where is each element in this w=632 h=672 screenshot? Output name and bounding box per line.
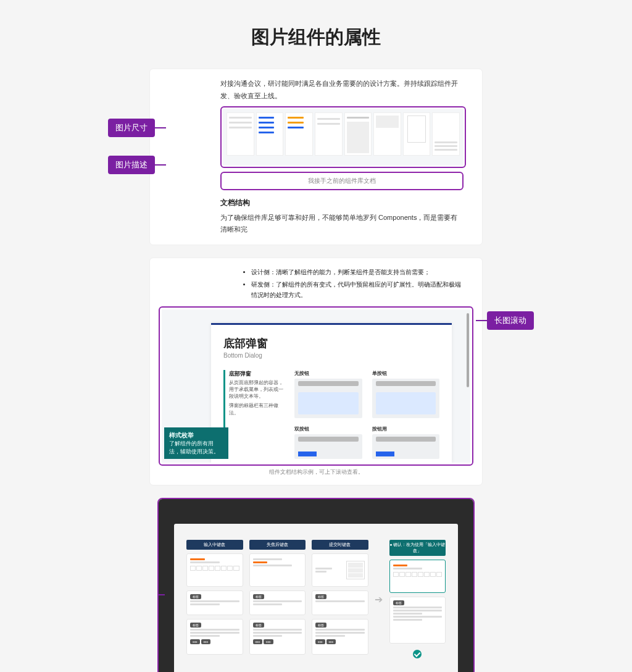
- zoom-col-header: 失焦后键盘: [249, 540, 306, 550]
- thumb: [432, 112, 460, 156]
- page-title: 图片组件的属性: [0, 25, 632, 50]
- doc-left-column: 底部弹窗 从页面底部弹起的容器，用于承载菜单，列表或一段说明文本等。 弹窗的标题…: [223, 370, 285, 459]
- zoom-col: 失焦后键盘 标签 标签xxxxxx: [249, 540, 306, 655]
- doc-left-head: 底部弹窗: [229, 370, 285, 378]
- zoom-card: 标签xxxxxx: [312, 619, 368, 655]
- image-caption: 我接手之前的组件库文档: [308, 177, 376, 184]
- cell-label: 无按钮: [294, 370, 362, 377]
- thumb: [285, 112, 313, 156]
- annotation-image-desc: 图片描述: [108, 156, 155, 174]
- zoom-card: 标签xxxxxx: [249, 619, 306, 655]
- doc-grid: 无按钮 单按钮 双按钮 按钮用: [294, 370, 439, 459]
- zoom-card: [312, 553, 368, 587]
- zoom-card: 标签: [186, 590, 243, 615]
- thumb: [373, 112, 401, 156]
- zoom-card: [389, 560, 446, 593]
- cell-label: 双按钮: [294, 426, 362, 432]
- annotation-scroll: 长图滚动: [487, 311, 534, 330]
- thumb: [344, 112, 372, 156]
- zoom-card: 标签: [249, 590, 306, 615]
- style-enum-tag: 样式枚举 了解组件的所有用法，辅助使用决策。: [164, 427, 228, 459]
- doc-cell: 按钮用: [372, 426, 440, 459]
- tall-image-inner[interactable]: 底部弹窗 Bottom Dialog 底部弹窗 从页面底部弹起的容器，用于承载菜…: [162, 309, 470, 463]
- style-tag-head: 样式枚举: [169, 431, 223, 440]
- doc-left-body: 弹窗的标题栏有三种做法。: [229, 402, 285, 416]
- doc-left-body: 从页面底部弹起的容器，用于承载菜单，列表或一段说明文本等。: [229, 379, 285, 400]
- thumb: [227, 112, 254, 156]
- zoom-card: 标签: [389, 597, 446, 644]
- doc-cell: 无按钮: [294, 370, 362, 418]
- card-scroll-doc: 设计侧：清晰了解组件的能力，判断某组件是否能支持当前需要； 研发侧：了解组件的所…: [149, 258, 483, 485]
- section-title: 文档结构: [220, 198, 473, 208]
- zoom-card: [249, 553, 306, 587]
- image-size-frame: [220, 106, 466, 168]
- cell-label: 按钮用: [372, 426, 440, 432]
- card-zoom: 输入中键盘 标签 标签xxxxxx 失焦后键盘: [157, 498, 475, 672]
- intro-text: 对接沟通会议，研讨能同时满足各自业务需要的的设计方案。并持续跟踪组件开发、验收直…: [220, 78, 461, 103]
- doc-cell: 双按钮: [294, 426, 362, 459]
- cell-label: 单按钮: [372, 370, 440, 377]
- zoom-col: 输入中键盘 标签 标签xxxxxx: [186, 540, 243, 655]
- doc-cell: 单按钮: [372, 370, 440, 418]
- doc-title: 底部弹窗: [223, 336, 439, 351]
- zoom-col-header: ● 确认：改为使用「输入中键盘」: [389, 540, 446, 556]
- zoom-col-header: 提交时键盘: [312, 540, 368, 550]
- zoom-card: 标签xxxxxx: [186, 619, 243, 655]
- document-sheet: 底部弹窗 Bottom Dialog 底部弹窗 从页面底部弹起的容器，用于承载菜…: [211, 323, 452, 463]
- zoom-col: 提交时键盘 标签 标签xxxxxx: [312, 540, 368, 655]
- zoom-sheet: 输入中键盘 标签 标签xxxxxx 失焦后键盘: [174, 524, 458, 672]
- tall-caption: 组件文档结构示例，可上下滚动查看。: [159, 468, 473, 476]
- zoom-card: 标签: [312, 590, 368, 615]
- zoom-viewport[interactable]: 输入中键盘 标签 标签xxxxxx 失焦后键盘: [159, 499, 473, 672]
- thumb: [256, 112, 284, 156]
- doc-subtitle: Bottom Dialog: [223, 352, 439, 359]
- zoom-col-header: 输入中键盘: [186, 540, 243, 550]
- bullet-list: 设计侧：清晰了解组件的能力，判断某组件是否能支持当前需要； 研发侧：了解组件的所…: [227, 267, 461, 300]
- style-tag-body: 了解组件的所有用法，辅助使用决策。: [169, 440, 223, 455]
- arrow-right-icon: ➔: [375, 594, 383, 605]
- card-image-props: 对接沟通会议，研讨能同时满足各自业务需要的的设计方案。并持续跟踪组件开发、验收直…: [149, 69, 483, 245]
- check-icon: [413, 650, 422, 658]
- scrollbar[interactable]: [467, 313, 469, 387]
- thumb: [315, 112, 343, 156]
- annotation-image-size: 图片尺寸: [108, 119, 155, 137]
- tall-image-frame: 底部弹窗 Bottom Dialog 底部弹窗 从页面底部弹起的容器，用于承载菜…: [159, 306, 473, 466]
- thumb: [403, 112, 431, 156]
- zoom-card: [186, 553, 243, 587]
- bullet-item: 研发侧：了解组件的所有变式，代码中预留相应的可扩展性。明确适配和极端情况时的处理…: [251, 279, 461, 300]
- bullet-item: 设计侧：清晰了解组件的能力，判断某组件是否能支持当前需要；: [251, 267, 461, 277]
- image-caption-frame: 我接手之前的组件库文档: [220, 172, 464, 190]
- thumbnail-strip: [223, 109, 464, 166]
- zoom-col-result: ● 确认：改为使用「输入中键盘」 标签: [389, 540, 446, 658]
- section-body: 为了确保组件库足够可靠和好用，不能够简单地罗列 Components，而是需要有…: [220, 212, 461, 237]
